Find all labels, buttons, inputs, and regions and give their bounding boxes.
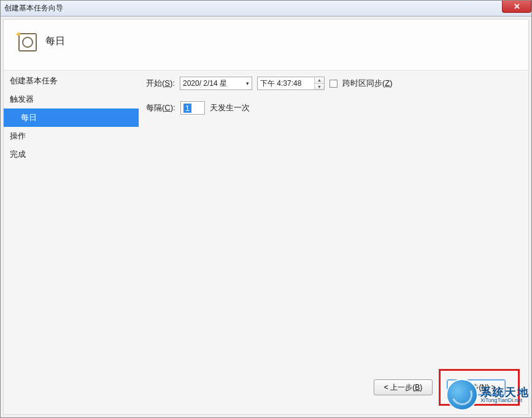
sidebar-item-action[interactable]: 操作 (4, 127, 139, 145)
spinner-down-button[interactable]: ▼ (315, 84, 324, 90)
chevron-down-icon: ▾ (246, 80, 249, 86)
next-button[interactable]: 下一步(N) > (447, 379, 506, 395)
back-button[interactable]: < 上一步(B) (374, 379, 433, 395)
date-value: 2020/ 2/14 星 (183, 78, 227, 89)
sidebar-item-daily[interactable]: 每日 (4, 108, 139, 127)
client-area: ✦ 每日 创建基本任务 触发器 每日 操作 完成 开始(S): 2020/ 2/… (3, 19, 529, 415)
time-spinner: ▲ ▼ (314, 77, 324, 89)
interval-value: 1 (183, 104, 191, 113)
sidebar: 创建基本任务 触发器 每日 操作 完成 (4, 70, 139, 414)
sidebar-item-trigger[interactable]: 触发器 (4, 90, 139, 108)
interval-input[interactable]: 1 (180, 101, 205, 115)
interval-label: 每隔(C): (146, 102, 175, 113)
button-row: < 上一步(B) 下一步(N) > (374, 369, 520, 406)
sync-timezone-checkbox[interactable] (330, 80, 337, 88)
window-title: 创建基本任务向导 (4, 3, 63, 13)
interval-suffix: 天发生一次 (210, 102, 250, 113)
close-button[interactable]: ✕ (502, 1, 531, 13)
start-row: 开始(S): 2020/ 2/14 星 ▾ 下午 4:37:48 ▲ ▼ (146, 77, 521, 90)
start-label: 开始(S): (146, 78, 175, 89)
sidebar-item-finish[interactable]: 完成 (4, 145, 139, 164)
sidebar-item-create-task[interactable]: 创建基本任务 (4, 72, 139, 90)
titlebar: 创建基本任务向导 ✕ (1, 1, 531, 17)
wizard-window: 创建基本任务向导 ✕ ✦ 每日 创建基本任务 触发器 每日 操作 完成 (0, 0, 532, 418)
sync-timezone-label: 跨时区同步(Z) (342, 78, 393, 89)
spinner-up-button[interactable]: ▲ (315, 77, 324, 84)
start-time-picker[interactable]: 下午 4:37:48 ▲ ▼ (257, 77, 325, 90)
page-title: 每日 (45, 35, 65, 48)
start-date-picker[interactable]: 2020/ 2/14 星 ▾ (180, 77, 252, 90)
content: 开始(S): 2020/ 2/14 星 ▾ 下午 4:37:48 ▲ ▼ (139, 70, 528, 414)
body: 创建基本任务 触发器 每日 操作 完成 开始(S): 2020/ 2/14 星 … (4, 70, 528, 414)
highlight-annotation: 下一步(N) > (439, 369, 520, 406)
time-value: 下午 4:37:48 (260, 78, 314, 89)
close-icon: ✕ (514, 2, 520, 11)
header: ✦ 每日 (4, 20, 528, 70)
interval-row: 每隔(C): 1 天发生一次 (146, 101, 521, 115)
task-scheduler-icon: ✦ (16, 31, 37, 51)
